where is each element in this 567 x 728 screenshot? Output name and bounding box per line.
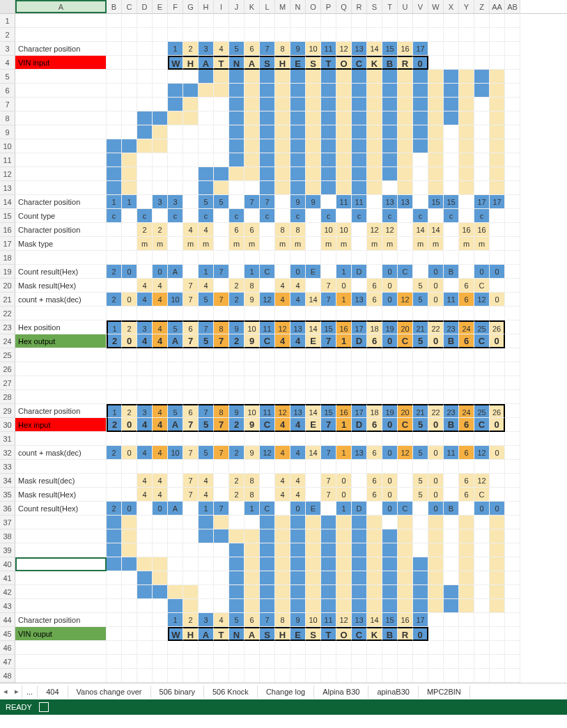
cell-S45[interactable]: K <box>367 627 382 641</box>
cell-E20[interactable]: 4 <box>153 279 168 293</box>
cell-Q4[interactable]: O <box>336 56 352 70</box>
cell-B8[interactable] <box>107 111 122 125</box>
cell-A37[interactable] <box>15 516 107 529</box>
cell-B44[interactable] <box>107 613 122 627</box>
cell-Y22[interactable] <box>459 307 474 320</box>
cell-Y7[interactable] <box>459 98 474 111</box>
cell-S30[interactable]: 6 <box>367 418 382 432</box>
cell-A4[interactable]: VIN input <box>15 56 107 70</box>
cell-G18[interactable] <box>183 251 199 265</box>
cell-G40[interactable] <box>183 557 199 571</box>
cell-H10[interactable] <box>199 139 214 153</box>
cell-A27[interactable] <box>15 376 107 390</box>
cell-M36[interactable] <box>275 502 290 516</box>
cell-N35[interactable]: 4 <box>290 488 306 502</box>
cell-AB3[interactable] <box>505 42 520 56</box>
cell-Z18[interactable] <box>474 251 490 265</box>
cell-Y19[interactable] <box>459 265 474 279</box>
cell-C21[interactable]: 0 <box>122 293 137 307</box>
cell-Y1[interactable] <box>459 14 474 28</box>
cell-O46[interactable] <box>306 641 321 655</box>
cell-T31[interactable] <box>382 432 398 446</box>
col-header-AB[interactable]: AB <box>505 0 520 13</box>
cell-O11[interactable] <box>306 153 321 167</box>
cell-H35[interactable]: 4 <box>199 488 214 502</box>
col-header-G[interactable]: G <box>183 0 199 13</box>
cell-P46[interactable] <box>321 641 336 655</box>
cell-N47[interactable] <box>290 655 306 669</box>
cell-O2[interactable] <box>306 28 321 42</box>
cell-O13[interactable] <box>306 181 321 195</box>
cell-X27[interactable] <box>444 376 459 390</box>
cell-Z40[interactable] <box>474 557 490 571</box>
cell-U27[interactable] <box>398 376 413 390</box>
cell-S25[interactable] <box>367 348 382 362</box>
cell-M44[interactable]: 8 <box>275 613 290 627</box>
cell-R19[interactable]: D <box>352 265 367 279</box>
cell-E43[interactable] <box>153 599 168 613</box>
cell-B40[interactable] <box>107 557 122 571</box>
row-header-5[interactable]: 5 <box>0 70 15 84</box>
cell-R25[interactable] <box>352 348 367 362</box>
row-header-1[interactable]: 1 <box>0 14 15 28</box>
cell-W38[interactable] <box>428 529 444 543</box>
col-header-L[interactable]: L <box>260 0 275 13</box>
cell-Z28[interactable] <box>474 390 490 404</box>
cell-A28[interactable] <box>15 390 107 404</box>
cell-B21[interactable]: 2 <box>107 293 122 307</box>
cell-F32[interactable]: 10 <box>168 446 183 460</box>
cell-I33[interactable] <box>214 460 229 474</box>
cell-V30[interactable]: 5 <box>413 418 428 432</box>
cell-C26[interactable] <box>122 362 137 376</box>
cell-T44[interactable]: 15 <box>382 613 398 627</box>
cell-T14[interactable]: 13 <box>382 195 398 209</box>
cell-C17[interactable] <box>122 237 137 251</box>
cell-J35[interactable]: 2 <box>229 488 244 502</box>
cell-AB10[interactable] <box>505 139 520 153</box>
col-header-AA[interactable]: AA <box>490 0 505 13</box>
cell-V45[interactable]: 0 <box>413 627 428 641</box>
cell-Z21[interactable]: 12 <box>474 293 490 307</box>
cell-J10[interactable] <box>229 139 244 153</box>
cell-A2[interactable] <box>15 28 107 42</box>
cell-B2[interactable] <box>107 28 122 42</box>
cell-T29[interactable]: 19 <box>382 404 398 418</box>
cell-T34[interactable]: 0 <box>382 474 398 488</box>
cell-G1[interactable] <box>183 14 199 28</box>
cell-F41[interactable] <box>168 571 183 585</box>
cell-E13[interactable] <box>153 181 168 195</box>
cell-E12[interactable] <box>153 167 168 181</box>
cell-T37[interactable] <box>382 516 398 529</box>
cell-D6[interactable] <box>137 84 153 98</box>
cell-V12[interactable] <box>413 167 428 181</box>
cell-F14[interactable]: 3 <box>168 195 183 209</box>
cell-J7[interactable] <box>229 98 244 111</box>
cell-AB15[interactable] <box>505 209 520 223</box>
cell-S12[interactable] <box>367 167 382 181</box>
cell-E34[interactable]: 4 <box>153 474 168 488</box>
cell-D15[interactable]: c <box>137 209 153 223</box>
cell-L35[interactable] <box>260 488 275 502</box>
cell-O43[interactable] <box>306 599 321 613</box>
cell-M29[interactable]: 12 <box>275 404 290 418</box>
cell-D17[interactable]: m <box>137 237 153 251</box>
cell-M16[interactable]: 8 <box>275 223 290 237</box>
cell-R48[interactable] <box>352 669 367 683</box>
cell-F11[interactable] <box>168 153 183 167</box>
col-header-Q[interactable]: Q <box>336 0 352 13</box>
cell-J40[interactable] <box>229 557 244 571</box>
cell-G25[interactable] <box>183 348 199 362</box>
row-header-41[interactable]: 41 <box>0 571 15 585</box>
cell-AB24[interactable] <box>505 334 520 348</box>
cell-V29[interactable]: 21 <box>413 404 428 418</box>
cell-C33[interactable] <box>122 460 137 474</box>
cell-N27[interactable] <box>290 376 306 390</box>
cell-Y5[interactable] <box>459 70 474 84</box>
row-header-9[interactable]: 9 <box>0 125 15 139</box>
cell-L20[interactable] <box>260 279 275 293</box>
cell-Y16[interactable]: 16 <box>459 223 474 237</box>
cell-F44[interactable]: 1 <box>168 613 183 627</box>
cell-P21[interactable]: 7 <box>321 293 336 307</box>
col-header-U[interactable]: U <box>398 0 413 13</box>
cell-D9[interactable] <box>137 125 153 139</box>
